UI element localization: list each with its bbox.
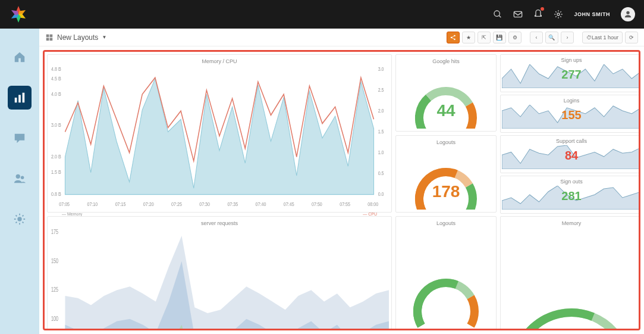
sidebar-item-users[interactable] xyxy=(8,167,32,191)
sidebar-item-settings[interactable] xyxy=(8,207,32,231)
toolbar-refresh-button[interactable]: ⟳ xyxy=(625,32,638,43)
toolbar-save-button[interactable]: 💾 xyxy=(493,32,506,43)
widget-memory-cpu[interactable]: Memory / CPU 0.8 B1.5 B2.0 B3.0 B4.0 B4.… xyxy=(47,54,392,213)
svg-point-0 xyxy=(494,11,500,16)
time-range-picker[interactable]: ⏱ Last 1 hour xyxy=(582,32,623,43)
svg-rect-12 xyxy=(50,34,53,37)
topbar: JOHN SMITH xyxy=(0,0,644,29)
server-requests-chart: 0255075100125150175 xyxy=(50,227,389,330)
svg-rect-11 xyxy=(46,34,49,37)
toolbar-export-button[interactable]: ⇱ xyxy=(477,32,491,43)
svg-text:2.0 B: 2.0 B xyxy=(51,154,61,160)
mail-icon[interactable] xyxy=(513,10,523,19)
app-logo xyxy=(9,5,28,24)
svg-text:07:05: 07:05 xyxy=(59,201,70,207)
svg-line-1 xyxy=(499,15,501,17)
sidebar-item-home[interactable] xyxy=(8,45,32,69)
svg-text:07:10: 07:10 xyxy=(87,201,98,207)
gauge-value: 178 xyxy=(396,326,496,330)
gauge-value: 178 xyxy=(396,182,496,201)
svg-text:4.8 B: 4.8 B xyxy=(51,66,61,72)
svg-text:07:25: 07:25 xyxy=(171,201,182,207)
svg-point-9 xyxy=(21,176,24,179)
svg-rect-5 xyxy=(15,98,17,102)
svg-text:07:55: 07:55 xyxy=(340,201,350,207)
svg-text:4.0 B: 4.0 B xyxy=(51,91,61,97)
svg-text:3.0 B: 3.0 B xyxy=(51,123,61,129)
svg-point-8 xyxy=(16,174,20,179)
layout-title[interactable]: New Layouts xyxy=(57,33,98,42)
svg-text:07:15: 07:15 xyxy=(115,201,126,207)
widget-sign-ups[interactable]: Sign ups 277 xyxy=(500,54,640,92)
svg-text:3.0: 3.0 xyxy=(378,66,384,72)
search-icon[interactable] xyxy=(493,10,502,19)
widget-logouts-1[interactable]: Logouts 178 xyxy=(395,135,497,213)
settings-icon[interactable] xyxy=(554,10,563,19)
svg-text:07:40: 07:40 xyxy=(256,201,266,207)
svg-point-10 xyxy=(18,217,21,221)
toolbar-prev-button[interactable]: ‹ xyxy=(530,32,543,43)
chevron-down-icon[interactable]: ▼ xyxy=(102,35,106,40)
gauge-memory-big xyxy=(503,227,640,330)
svg-text:4.5 B: 4.5 B xyxy=(51,76,61,82)
toolbar-zoom-button[interactable]: 🔍 xyxy=(545,32,558,43)
dashboard-selection: Memory / CPU 0.8 B1.5 B2.0 B3.0 B4.0 B4.… xyxy=(43,50,640,330)
svg-text:07:30: 07:30 xyxy=(199,201,210,207)
svg-text:175: 175 xyxy=(51,228,58,236)
spark-value: 84 xyxy=(565,149,578,163)
svg-rect-13 xyxy=(46,38,49,40)
widget-logins[interactable]: Logins 155 xyxy=(500,95,640,133)
toolbar-settings-button[interactable]: ⚙ xyxy=(508,32,522,43)
svg-text:07:20: 07:20 xyxy=(143,201,154,207)
widget-google-hits[interactable]: Google hits 44 xyxy=(395,54,497,132)
notifications-icon[interactable] xyxy=(533,8,543,20)
svg-rect-14 xyxy=(50,38,53,40)
svg-point-4 xyxy=(626,11,629,14)
svg-line-18 xyxy=(452,36,454,37)
sidebar-item-chat[interactable] xyxy=(8,126,32,150)
gauge-logouts-2 xyxy=(398,227,494,330)
svg-text:1.5: 1.5 xyxy=(378,129,384,135)
spark-value: 155 xyxy=(561,108,581,122)
widget-memory-big[interactable]: Memory 89 B xyxy=(500,216,640,330)
username-label: JOHN SMITH xyxy=(574,11,610,17)
svg-text:1.0: 1.0 xyxy=(378,149,384,155)
svg-text:0.8 B: 0.8 B xyxy=(51,191,61,197)
toolbar: New Layouts ▼ ★ ⇱ 💾 ⚙ ‹ 🔍 › ⏱ Last 1 hou… xyxy=(39,29,644,46)
svg-text:100: 100 xyxy=(51,314,58,322)
gauge-value: 44 xyxy=(396,101,496,120)
svg-text:125: 125 xyxy=(51,286,58,294)
svg-text:0.5: 0.5 xyxy=(378,170,384,176)
svg-text:150: 150 xyxy=(51,257,58,264)
svg-text:2.5: 2.5 xyxy=(378,87,384,93)
memory-cpu-chart: 0.8 B1.5 B2.0 B3.0 B4.0 B4.5 B4.8 B0.00.… xyxy=(50,65,389,210)
svg-text:08:00: 08:00 xyxy=(367,201,378,207)
sidebar xyxy=(0,29,39,334)
widget-server-requests[interactable]: server requests 0255075100125150175 xyxy=(47,216,392,330)
toolbar-star-button[interactable]: ★ xyxy=(462,32,475,43)
svg-rect-7 xyxy=(23,93,25,103)
svg-text:1.5 B: 1.5 B xyxy=(51,170,61,176)
svg-text:0.0: 0.0 xyxy=(378,191,384,197)
sidebar-item-analytics[interactable] xyxy=(8,86,32,110)
svg-text:07:35: 07:35 xyxy=(227,201,238,207)
spark-value: 281 xyxy=(561,189,581,203)
svg-line-19 xyxy=(452,38,454,39)
avatar[interactable] xyxy=(621,7,635,21)
svg-rect-6 xyxy=(18,95,21,102)
toolbar-share-button[interactable] xyxy=(447,32,460,43)
widget-logouts-2[interactable]: Logouts 178 xyxy=(395,216,497,330)
toolbar-next-button[interactable]: › xyxy=(561,32,574,43)
svg-text:07:45: 07:45 xyxy=(284,201,294,207)
svg-rect-2 xyxy=(514,11,522,17)
grid-icon xyxy=(45,33,54,42)
svg-point-3 xyxy=(557,13,560,15)
spark-value: 277 xyxy=(561,68,581,82)
svg-text:07:50: 07:50 xyxy=(312,201,322,207)
widget-support-calls[interactable]: Support calls 84 xyxy=(500,135,640,173)
widget-sign-outs[interactable]: Sign outs 281 xyxy=(500,176,640,214)
svg-text:2.0: 2.0 xyxy=(378,108,384,114)
